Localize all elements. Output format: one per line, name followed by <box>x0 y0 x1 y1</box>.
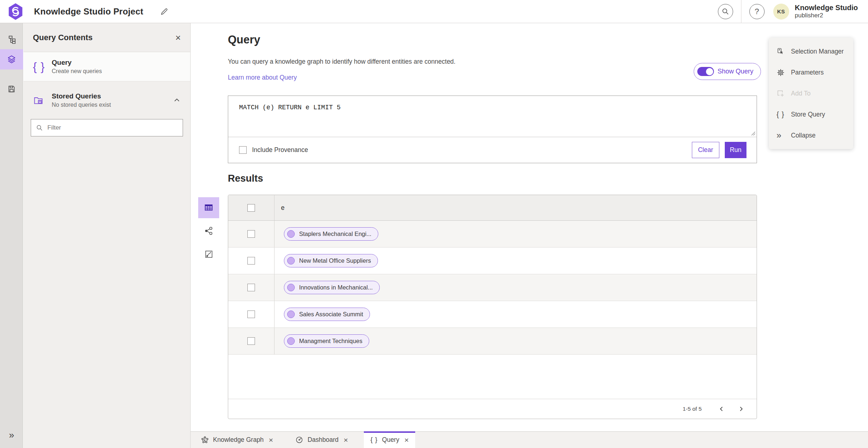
tab-label: Query <box>382 436 399 444</box>
results-table: e Staplers Mechanical Engi... New Metal … <box>228 195 757 419</box>
stored-queries-sublabel: No stored queries exist <box>52 102 173 108</box>
table-header-row: e <box>228 195 757 221</box>
entity-dot-icon <box>287 284 295 291</box>
account-info[interactable]: Knowledge Studio publisher2 <box>795 4 858 20</box>
column-header-e: e <box>275 195 757 220</box>
query-item-label: Query <box>52 59 102 67</box>
query-description: You can query a knowledge graph to ident… <box>228 58 455 65</box>
entity-label: New Metal Office Suppliers <box>299 257 371 264</box>
sidebar-item-layers[interactable] <box>0 49 23 69</box>
close-icon[interactable]: × <box>404 436 409 444</box>
toggle-knob <box>706 68 713 75</box>
link-graph-view-button[interactable] <box>198 220 219 241</box>
entity-chip[interactable]: Managment Techniques <box>284 334 369 348</box>
add-to-button: Add To <box>769 83 853 104</box>
run-button[interactable]: Run <box>725 142 746 158</box>
entity-chip[interactable]: Sales Associate Summit <box>284 308 370 321</box>
close-icon[interactable]: × <box>344 436 348 444</box>
selection-manager-button[interactable]: Selection Manager <box>769 41 853 62</box>
table-row[interactable]: Staplers Mechanical Engi... <box>228 221 757 248</box>
search-button[interactable] <box>718 4 733 19</box>
entity-dot-icon <box>287 337 295 345</box>
dashboard-gauge-icon <box>295 436 303 444</box>
stored-queries-folder-icon <box>33 95 52 105</box>
app-logo-icon <box>8 3 23 20</box>
table-row[interactable]: Innovations in Mechanical... <box>228 274 757 301</box>
table-row[interactable]: New Metal Office Suppliers <box>228 248 757 274</box>
select-all-checkbox[interactable] <box>247 204 255 212</box>
sidebar-item-data-model[interactable] <box>0 29 23 49</box>
collapse-label: Collapse <box>791 132 816 139</box>
sidebar-item-save[interactable] <box>0 79 23 99</box>
show-query-toggle[interactable]: Show Query <box>694 63 761 80</box>
link-chart-view-button[interactable] <box>198 244 219 265</box>
gear-icon <box>776 68 791 77</box>
layers-icon <box>7 55 16 64</box>
include-provenance-checkbox[interactable] <box>239 146 247 154</box>
entity-label: Staplers Mechanical Engi... <box>299 231 371 237</box>
learn-more-link[interactable]: Learn more about Query <box>228 74 297 81</box>
parameters-button[interactable]: Parameters <box>769 62 853 83</box>
avatar[interactable]: KS <box>773 4 789 20</box>
chevron-up-icon[interactable] <box>173 96 181 104</box>
panel-close-icon[interactable]: × <box>175 33 181 42</box>
query-text-area-wrap: MATCH (e) RETURN e LIMIT 5 <box>228 96 757 137</box>
results-heading: Results <box>228 173 263 184</box>
save-icon <box>7 85 16 93</box>
store-query-button[interactable]: { } Store Query <box>769 104 853 125</box>
help-icon: ? <box>754 7 759 16</box>
table-row[interactable]: Sales Associate Summit <box>228 301 757 328</box>
previous-page-button[interactable] <box>715 402 728 416</box>
query-item-sublabel: Create new queries <box>52 68 102 75</box>
row-checkbox[interactable] <box>247 257 255 265</box>
panel-item-stored-queries[interactable]: Stored Queries No stored queries exist <box>24 86 190 108</box>
project-title: Knowledge Studio Project <box>34 7 143 17</box>
header-checkbox-cell <box>228 195 275 220</box>
entity-label: Sales Associate Summit <box>299 311 363 318</box>
sidebar-expand-button[interactable]: » <box>0 428 23 442</box>
edit-title-pencil-icon[interactable] <box>160 7 169 16</box>
tab-query[interactable]: { } Query × <box>364 431 415 448</box>
braces-icon: { } <box>776 110 791 119</box>
query-contents-panel: Query Contents × { } Query Create new qu… <box>24 23 191 448</box>
braces-icon: { } <box>33 60 52 73</box>
row-checkbox[interactable] <box>247 310 255 318</box>
search-icon <box>722 8 729 15</box>
stored-queries-label: Stored Queries <box>52 92 173 100</box>
tab-label: Dashboard <box>307 436 339 444</box>
chevron-right-icon <box>738 406 744 412</box>
close-icon[interactable]: × <box>269 436 273 444</box>
entity-dot-icon <box>287 310 295 318</box>
row-checkbox[interactable] <box>247 230 255 238</box>
filter-search-icon <box>36 124 43 131</box>
app-sidebar: » <box>0 23 23 448</box>
query-textarea[interactable]: MATCH (e) RETURN e LIMIT 5 <box>228 96 757 137</box>
selection-manager-label: Selection Manager <box>791 48 844 55</box>
next-page-button[interactable] <box>734 402 748 416</box>
entity-chip[interactable]: Innovations in Mechanical... <box>284 281 380 294</box>
filter-input[interactable] <box>47 124 178 131</box>
knowledge-graph-icon <box>201 436 209 444</box>
table-row[interactable]: Managment Techniques <box>228 328 757 355</box>
parameters-label: Parameters <box>791 69 824 76</box>
clear-button[interactable]: Clear <box>692 142 719 158</box>
panel-item-query[interactable]: { } Query Create new queries <box>24 52 190 81</box>
account-username: publisher2 <box>795 12 858 19</box>
collapse-icon: » <box>776 131 791 140</box>
chevron-left-icon <box>718 406 725 412</box>
entity-chip[interactable]: New Metal Office Suppliers <box>284 254 378 267</box>
collapse-button[interactable]: » Collapse <box>769 125 853 146</box>
table-view-button[interactable] <box>198 197 219 218</box>
row-checkbox[interactable] <box>247 284 255 291</box>
add-to-icon <box>776 89 791 98</box>
braces-icon: { } <box>370 436 378 444</box>
selection-manager-icon <box>776 47 791 56</box>
data-model-icon <box>7 35 16 44</box>
header-actions: ? KS Knowledge Studio publisher2 <box>718 0 868 23</box>
row-checkbox[interactable] <box>247 337 255 345</box>
entity-chip[interactable]: Staplers Mechanical Engi... <box>284 227 378 241</box>
help-button[interactable]: ? <box>749 4 765 19</box>
tab-knowledge-graph[interactable]: Knowledge Graph × <box>195 432 280 448</box>
tab-dashboard[interactable]: Dashboard × <box>289 432 354 448</box>
panel-header: Query Contents × <box>24 23 190 52</box>
